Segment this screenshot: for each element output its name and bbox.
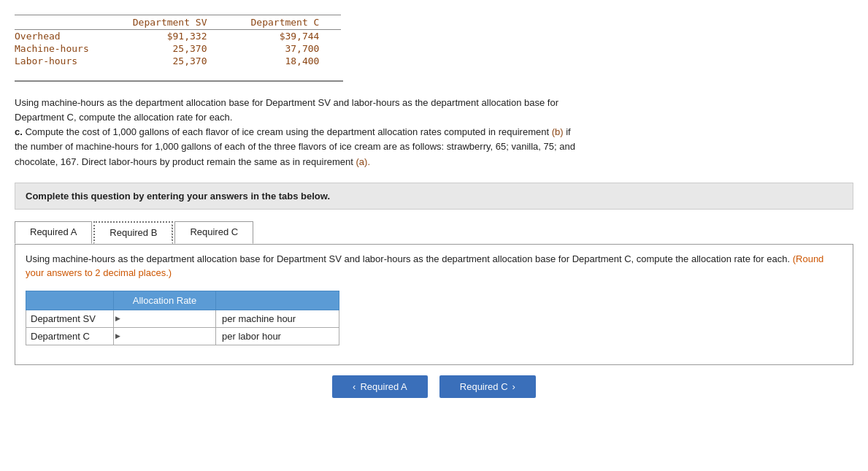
overhead-c: $39,744: [229, 30, 342, 43]
machine-sv: 25,370: [111, 42, 229, 55]
instruction-box: Complete this question by entering your …: [15, 183, 853, 210]
table-row: Machine-hours 25,370 37,700: [15, 42, 341, 55]
alloc-row-c: Department C per labor hour: [26, 327, 339, 345]
tab-required-a-label: Required A: [30, 226, 77, 237]
desc-line3: the number of machine-hours for 1,000 ga…: [15, 141, 575, 152]
desc-line2: Department C, compute the allocation rat…: [15, 112, 232, 123]
tab-required-a[interactable]: Required A: [15, 221, 92, 244]
navigation-buttons: ‹ Required A Required C ›: [15, 375, 853, 398]
alloc-col-empty: [26, 291, 114, 310]
machine-c: 37,700: [229, 42, 342, 55]
sub-instruction-text: Using machine-hours as the department al…: [26, 253, 793, 264]
desc-c-label: c.: [15, 126, 23, 137]
tab-content-area: Using machine-hours as the department al…: [15, 245, 853, 365]
desc-line4: chocolate, 167. Direct labor-hours by pr…: [15, 156, 356, 167]
alloc-dept-c-label: Department C: [26, 327, 114, 345]
alloc-dept-c-input[interactable]: [124, 328, 215, 345]
alloc-col-unit: [216, 291, 339, 310]
sub-instruction: Using machine-hours as the department al…: [26, 252, 842, 280]
next-button[interactable]: Required C ›: [439, 375, 536, 398]
tab-required-b[interactable]: Required B: [93, 221, 173, 244]
table-row: Labor-hours 25,370 18,400: [15, 55, 341, 67]
desc-a-ref: (a).: [356, 156, 371, 167]
desc-b-ref: (b): [552, 126, 564, 137]
next-button-label: Required C: [460, 381, 508, 392]
alloc-col-rate: Allocation Rate: [114, 291, 216, 310]
row-label-overhead: Overhead: [15, 30, 111, 43]
labor-sv: 25,370: [111, 55, 229, 67]
prev-button[interactable]: ‹ Required A: [332, 375, 428, 398]
col-header-c: Department C: [229, 15, 342, 30]
instruction-text: Complete this question by entering your …: [26, 191, 330, 202]
alloc-dept-sv-input-cell[interactable]: [114, 310, 216, 327]
alloc-dept-c-unit: per labor hour: [216, 327, 339, 345]
description-block: Using machine-hours as the department al…: [15, 96, 853, 169]
desc-c-text: Compute the cost of 1,000 gallons of eac…: [25, 126, 551, 137]
next-icon: ›: [512, 381, 515, 392]
row-label-machine: Machine-hours: [15, 42, 111, 55]
desc-line1: Using machine-hours as the department al…: [15, 97, 558, 108]
row-label-labor: Labor-hours: [15, 55, 111, 67]
data-table: Department SV Department C Overhead $91,…: [15, 15, 341, 67]
tab-required-c[interactable]: Required C: [174, 221, 253, 244]
tab-required-b-label: Required B: [110, 227, 157, 238]
table-row: Overhead $91,332 $39,744: [15, 30, 341, 43]
alloc-dept-sv-unit: per machine hour: [216, 310, 339, 327]
col-header-empty: [15, 15, 111, 30]
tab-required-c-label: Required C: [190, 226, 238, 237]
prev-button-label: Required A: [360, 381, 407, 392]
prev-icon: ‹: [353, 381, 356, 392]
alloc-dept-c-input-cell[interactable]: [114, 327, 216, 345]
tabs-bar: Required A Required B Required C: [15, 221, 853, 245]
allocation-table: Allocation Rate Department SV per machin…: [26, 291, 339, 345]
col-header-sv: Department SV: [111, 15, 229, 30]
labor-c: 18,400: [229, 55, 342, 67]
overhead-sv: $91,332: [111, 30, 229, 43]
desc-c-text2: if: [564, 126, 571, 137]
alloc-dept-sv-input[interactable]: [124, 310, 215, 327]
alloc-row-sv: Department SV per machine hour: [26, 310, 339, 327]
alloc-dept-sv-label: Department SV: [26, 310, 114, 327]
